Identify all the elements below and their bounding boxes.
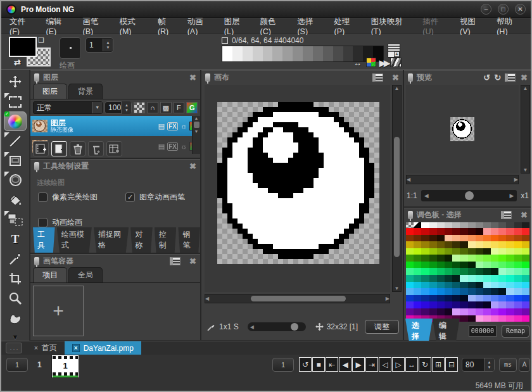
spinner-arrows[interactable]: ▲▼ [484,358,494,371]
palette-cell[interactable] [483,228,491,235]
close-icon[interactable]: ✖ [392,73,399,82]
palette-cell[interactable] [468,301,476,308]
palette-cell[interactable] [498,228,506,235]
tab-background[interactable]: 背景 [68,84,103,99]
palette-cell[interactable] [421,222,429,228]
palette-cell[interactable] [445,275,452,282]
auto-button[interactable]: A [519,358,530,372]
alpha-lock-icon[interactable] [134,102,145,113]
pixel-canvas[interactable] [217,102,379,264]
palette-cell[interactable] [491,222,498,228]
palette-cell[interactable] [506,301,514,308]
menu-item-8[interactable]: 选择(S) [291,15,328,38]
ping-pong-button[interactable]: ↔ [405,357,418,372]
palette-cell[interactable] [460,288,467,295]
palette-cell[interactable] [506,295,514,302]
panel-menu-icon[interactable] [170,257,180,265]
palette-cell[interactable] [406,268,414,275]
palette-cell[interactable] [437,268,445,275]
more-tools-icon[interactable]: ▼ [12,333,19,341]
menu-item-13[interactable]: 帮助(H) [491,15,528,38]
palette-cell[interactable] [476,315,483,322]
palette-cell[interactable] [522,228,529,235]
palette-cell[interactable] [498,275,506,282]
slider-knob[interactable] [291,323,298,331]
palette-cell[interactable] [445,235,452,242]
checkbox[interactable] [38,218,48,227]
palette-cell[interactable] [429,301,437,308]
pin-icon[interactable] [34,162,39,170]
palette-cell[interactable] [468,235,476,242]
palette-cell[interactable] [506,248,514,255]
palette-cell[interactable] [406,235,414,242]
spinner-arrows[interactable]: ▲▼ [121,101,131,114]
palette-cell[interactable] [514,308,522,315]
palette-cell[interactable] [460,315,467,322]
rectangle-tool[interactable] [4,151,27,170]
minimize-button[interactable]: – [481,4,491,15]
palette-cell[interactable] [406,228,414,235]
palette-cell[interactable] [445,222,452,228]
palette-cell[interactable] [429,235,437,242]
paint-tool[interactable] [4,111,27,131]
palette-cell[interactable] [406,222,414,228]
palette-cell[interactable] [491,275,498,282]
palette-cell[interactable] [506,315,514,322]
palette-cell[interactable] [421,301,429,308]
palette-apply-icon[interactable]: ✓ [366,58,376,67]
preview-hscrollbar[interactable]: ◀▶ [406,175,519,184]
close-icon[interactable]: ✖ [189,73,196,82]
checkbox-anim-paint[interactable]: 动画绘画 [38,217,82,228]
palette-cell[interactable] [437,248,445,255]
palette-cell[interactable] [468,228,476,235]
step-back-button[interactable]: ◁ [379,357,391,372]
palette-cell[interactable] [483,235,491,242]
palette-cell[interactable] [421,275,429,282]
palette-cell[interactable] [429,222,437,228]
add-frame-button[interactable]: ⊞ [432,357,445,372]
palette-cell[interactable] [468,262,476,269]
palette-cell[interactable] [429,275,437,282]
palette-cell[interactable] [476,308,483,315]
palette-cell[interactable] [498,308,506,315]
palette-cell[interactable] [445,248,452,255]
palette-cell[interactable] [406,262,414,269]
palette-cell[interactable] [522,241,529,248]
palette-cell[interactable] [468,255,476,262]
palette-cell[interactable] [414,308,421,315]
palette-cell[interactable] [460,275,467,282]
palette-cell[interactable] [437,228,445,235]
palette-cell[interactable] [437,282,445,289]
layer-scrollbar[interactable]: ▲▼ [192,116,200,154]
palette-cell[interactable] [414,262,421,269]
palette-cell[interactable] [522,235,529,242]
rotate-ccw-icon[interactable]: ↺ [483,73,490,82]
palette-cell[interactable] [460,282,467,289]
line-tool[interactable] [4,131,27,151]
tab-control[interactable]: 控制 [155,227,177,253]
palette-cell[interactable] [476,262,483,269]
palette-cell[interactable] [468,241,476,248]
palette-cell[interactable] [514,295,522,302]
palette-cell[interactable] [421,308,429,315]
palette-cell[interactable] [498,315,506,322]
palette-cell[interactable] [468,315,476,322]
play-forward-button[interactable]: ▶ [352,357,365,372]
palette-cell[interactable] [514,262,522,269]
gradient-icon[interactable]: G [186,102,198,113]
tab-overflow-button[interactable]: . . . [6,343,22,353]
palette-cell[interactable] [452,241,460,248]
palette-cell[interactable] [406,301,414,308]
palette-cell[interactable] [429,308,437,315]
palette-cell[interactable] [452,268,460,275]
tab-select[interactable]: 选择 [405,319,433,344]
canvas-vscrollbar[interactable]: ▲▼ [392,85,402,292]
palette-cell[interactable] [506,288,514,295]
preview-zoom-slider[interactable]: ◀▶ [421,190,517,201]
remap-button[interactable]: Remap [502,325,529,338]
palette-cell[interactable] [445,255,452,262]
checkbox-pixel-perfect[interactable]: 像素完美绘图 [38,192,98,203]
pin-icon[interactable] [205,73,210,82]
palette-cell[interactable] [491,301,498,308]
gradient-cell[interactable] [333,46,343,61]
